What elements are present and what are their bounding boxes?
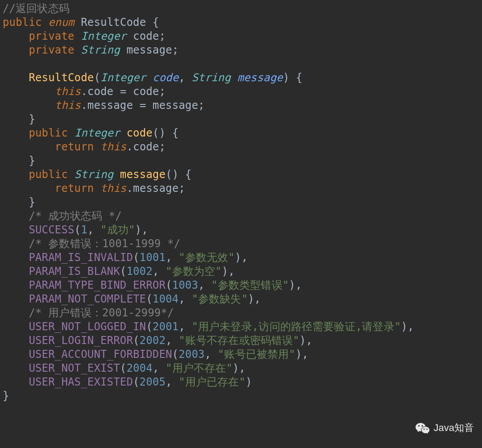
wechat-icon — [415, 422, 430, 434]
svg-point-2 — [421, 425, 423, 427]
num-1003: 1003 — [172, 279, 198, 291]
ref-code: code — [87, 85, 113, 98]
svg-point-5 — [426, 428, 428, 430]
kw-this: this — [100, 141, 126, 153]
ref-param-code: code — [133, 85, 159, 98]
kw-public: public — [29, 168, 68, 181]
method-message: message — [120, 168, 166, 181]
str-user-not-logged: "用户未登录,访问的路径需要验证,请登录" — [191, 320, 401, 333]
kw-return: return — [55, 141, 94, 153]
kw-public: public — [29, 127, 68, 139]
type-integer: Integer — [100, 71, 146, 84]
watermark: Java知音 — [415, 421, 474, 435]
kw-enum: enum — [48, 16, 74, 29]
enum-param-type-bind: PARAM_TYPE_BIND_ERROR — [29, 279, 166, 291]
str-success: "成功" — [100, 224, 135, 236]
comment-user: /* 用户错误：2001-2999*/ — [29, 307, 174, 319]
kw-this: this — [100, 182, 126, 195]
str-param-blank: "参数为空" — [166, 265, 222, 278]
field-message: message — [126, 44, 172, 56]
num-2005: 2005 — [140, 376, 166, 388]
enum-user-login-error: USER_LOGIN_ERROR — [29, 334, 133, 347]
kw-private: private — [29, 44, 74, 56]
comment-param: /* 参数错误：1001-1999 */ — [29, 237, 180, 250]
num-1004: 1004 — [153, 293, 179, 305]
comment-top: //返回状态码 — [3, 2, 70, 15]
num-2003: 2003 — [179, 348, 204, 361]
field-code: code — [133, 30, 159, 42]
num-2004: 2004 — [126, 362, 152, 374]
type-integer: Integer — [75, 127, 120, 139]
num-1001: 1001 — [140, 251, 166, 264]
num-1002: 1002 — [126, 265, 152, 278]
str-param-type-bind: "参数类型错误" — [211, 279, 289, 291]
enum-user-not-logged: USER_NOT_LOGGED_IN — [29, 320, 146, 333]
svg-point-3 — [421, 427, 430, 434]
param-message: message — [237, 71, 283, 84]
ctor-name: ResultCode — [29, 71, 94, 84]
enum-param-not-complete: PARAM_NOT_COMPLETE — [29, 293, 146, 305]
str-user-has-existed: "用户已存在" — [179, 376, 245, 388]
kw-this: this — [55, 99, 81, 112]
ref-message: message — [87, 99, 133, 112]
str-user-not-exist: "用户不存在" — [166, 362, 233, 374]
code-block: //返回状态码 public enum ResultCode { private… — [0, 0, 482, 405]
class-name: ResultCode — [81, 16, 146, 29]
num-2001: 2001 — [153, 320, 179, 333]
enum-success: SUCCESS — [29, 224, 74, 236]
method-code: code — [126, 127, 152, 139]
num-2002: 2002 — [140, 334, 166, 347]
enum-param-invalid: PARAM_IS_INVALID — [29, 251, 133, 264]
kw-return: return — [55, 182, 94, 195]
comment-success: /* 成功状态码 */ — [29, 210, 121, 222]
enum-user-has-existed: USER_HAS_EXISTED — [29, 376, 133, 388]
str-user-login-error: "账号不存在或密码错误" — [179, 334, 299, 347]
enum-user-not-exist: USER_NOT_EXIST — [29, 362, 120, 374]
str-user-forbidden: "账号已被禁用" — [218, 348, 295, 361]
svg-point-1 — [418, 425, 419, 427]
kw-this: this — [55, 85, 81, 98]
svg-point-4 — [423, 428, 424, 430]
enum-user-forbidden: USER_ACCOUNT_FORBIDDEN — [29, 348, 172, 361]
type-string: String — [75, 168, 114, 181]
type-string: String — [191, 71, 231, 84]
ref-param-message: message — [153, 99, 198, 112]
enum-param-blank: PARAM_IS_BLANK — [29, 265, 120, 278]
ref-message: message — [133, 182, 179, 195]
kw-private: private — [29, 30, 74, 42]
str-param-invalid: "参数无效" — [179, 251, 235, 264]
num-1: 1 — [81, 224, 87, 236]
type-string: String — [81, 44, 120, 56]
param-code: code — [153, 71, 179, 84]
watermark-text: Java知音 — [434, 421, 474, 435]
kw-public: public — [3, 16, 42, 29]
str-param-not-complete: "参数缺失" — [191, 293, 248, 305]
type-integer: Integer — [81, 30, 126, 42]
ref-code: code — [133, 141, 159, 153]
